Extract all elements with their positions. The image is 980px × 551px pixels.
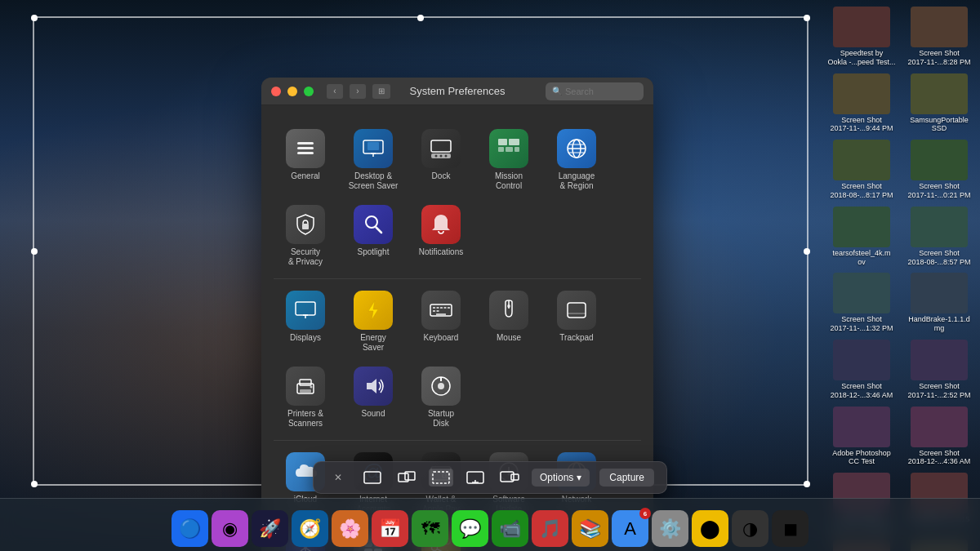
desktop-file-icon[interactable]: tearsofsteel_4k.m ov <box>825 204 898 269</box>
dock-item-siri[interactable]: ◉ <box>212 510 248 547</box>
dock-item-appstore[interactable]: A6 <box>612 510 648 547</box>
prefs-section-personal: GeneralDesktop & Screen SaverDockMission… <box>274 118 641 279</box>
capture-tool-selection[interactable] <box>429 469 453 487</box>
desktop-file-icon[interactable]: Screen Shot 2018-08-...8:17 PM <box>825 137 898 202</box>
dock-item-maps[interactable]: 🗺 <box>412 510 448 547</box>
capture-tool-screenplus[interactable] <box>497 469 522 487</box>
pref-label-startup: Startup Disk <box>428 409 454 429</box>
desktop-file-icon[interactable]: Screen Shot 2017-11-...2:52 PM <box>902 337 976 402</box>
pref-item-mission[interactable]: Mission Control <box>477 124 541 196</box>
window-minimize-button[interactable] <box>287 87 297 96</box>
dock-item-books[interactable]: 📚 <box>572 510 608 547</box>
desktop-file-icon[interactable]: Screen Shot 2017-11-...0:21 PM <box>902 137 976 202</box>
dock-item-facetime[interactable]: 📹 <box>492 510 528 547</box>
pref-item-mouse[interactable]: Mouse <box>477 286 541 358</box>
pref-label-trackpad: Trackpad <box>559 333 593 343</box>
file-thumbnail <box>833 7 890 47</box>
pref-label-mouse: Mouse <box>497 333 521 343</box>
svg-rect-25 <box>296 302 315 315</box>
pref-label-desktop: Desktop & Screen Saver <box>349 171 399 191</box>
pref-item-notifications[interactable]: Notifications <box>409 200 473 272</box>
pref-item-displays[interactable]: Displays <box>274 286 337 358</box>
capture-tool-x[interactable]: ✕ <box>326 469 350 487</box>
desktop-file-icon[interactable]: Adobe Photoshop CC Test <box>825 404 898 469</box>
desktop-file-icon[interactable]: HandBrake-1.1.1.d mg <box>902 270 976 335</box>
dock-badge-appstore: 6 <box>639 508 651 519</box>
file-label: Screen Shot 2017-11-...1:32 PM <box>830 315 893 333</box>
pref-icon-dock <box>421 129 461 168</box>
pref-item-sound[interactable]: Sound <box>341 362 405 433</box>
pref-item-startup[interactable]: Startup Disk <box>409 362 473 433</box>
svg-rect-12 <box>498 139 507 145</box>
desktop-file-icon[interactable]: Speedtest by Ookla -...peed Test... <box>825 4 898 69</box>
desktop-file-icon[interactable]: Screen Shot 2018-08-...8:57 PM <box>902 204 976 269</box>
window-grid-button[interactable]: ⊞ <box>372 84 390 99</box>
window-forward-button[interactable]: › <box>350 84 366 99</box>
pref-item-general[interactable]: General <box>274 124 337 196</box>
dock-item-calendar[interactable]: 📅 <box>372 510 408 547</box>
desktop-file-icon[interactable]: Screen Shot 2018-12-...4:36 AM <box>902 404 976 469</box>
desktop-file-icon[interactable]: SamsungPortable SSD <box>902 71 976 136</box>
svg-point-44 <box>310 386 313 389</box>
window-maximize-button[interactable] <box>304 87 314 96</box>
desktop-file-icon[interactable]: Screen Shot 2017-11-...1:32 PM <box>825 270 898 335</box>
svg-rect-2 <box>297 152 314 154</box>
file-label: Screen Shot 2017-11-...8:28 PM <box>907 49 970 67</box>
pref-icon-general <box>286 129 325 168</box>
search-icon: 🔍 <box>552 87 562 96</box>
desktop-files: Speedtest by Ookla -...peed Test...Scree… <box>817 0 980 551</box>
svg-marker-45 <box>367 379 376 393</box>
file-label: HandBrake-1.1.1.d mg <box>908 315 970 333</box>
file-thumbnail <box>911 340 968 380</box>
capture-tool-window-full[interactable] <box>360 469 385 487</box>
pref-label-dock: Dock <box>432 171 451 181</box>
pref-item-spotlight[interactable]: Spotlight <box>341 200 405 272</box>
pref-label-sound: Sound <box>362 409 385 419</box>
dock-item-launchpad[interactable]: 🚀 <box>252 510 288 547</box>
capture-options-button[interactable]: Options ▾ <box>532 469 590 487</box>
file-label: Adobe Photoshop CC Test <box>832 449 891 467</box>
dock-item-safari[interactable]: 🧭 <box>292 510 328 547</box>
file-label: Screen Shot 2018-08-...8:17 PM <box>830 182 893 200</box>
dock-item-chrome[interactable]: ⬤ <box>692 510 728 547</box>
capture-tool-window-partial[interactable] <box>394 469 419 487</box>
desktop-file-icon[interactable]: Screen Shot 2017-11-...8:28 PM <box>902 4 976 69</box>
pref-icon-keyboard <box>421 291 461 330</box>
dock-item-messages[interactable]: 💬 <box>452 510 488 547</box>
search-box[interactable]: 🔍 <box>546 82 644 100</box>
svg-rect-33 <box>448 307 450 309</box>
file-thumbnail <box>911 207 968 247</box>
chevron-down-icon: ▾ <box>577 472 581 483</box>
pref-icon-startup <box>421 367 461 406</box>
pref-item-security[interactable]: Security & Privacy <box>274 200 337 272</box>
dock-item-finder[interactable]: 🔵 <box>172 510 208 547</box>
svg-rect-0 <box>297 142 314 144</box>
pref-item-language[interactable]: Language & Region <box>545 124 608 196</box>
pref-item-dock[interactable]: Dock <box>409 124 473 196</box>
pref-item-trackpad[interactable]: Trackpad <box>545 286 608 358</box>
file-thumbnail <box>833 207 890 247</box>
pref-icon-notifications <box>421 205 461 244</box>
file-label: tearsofsteel_4k.m ov <box>832 249 890 267</box>
dock-item-istatmenus[interactable]: ◑ <box>732 510 768 547</box>
dock-item-terminal[interactable]: ◼ <box>772 510 808 547</box>
capture-tool-screen[interactable] <box>463 469 488 487</box>
desktop-file-row-1: Screen Shot 2017-11-...9:44 PMSamsungPor… <box>821 71 976 136</box>
desktop-file-row-3: tearsofsteel_4k.m ovScreen Shot 2018-08-… <box>821 204 976 269</box>
desktop-file-icon[interactable]: Screen Shot 2018-12-...3:46 AM <box>825 337 898 402</box>
dock: 🔵◉🚀🧭🌸📅🗺💬📹🎵📚A6⚙️⬤◑◼ <box>0 498 980 551</box>
pref-item-printers[interactable]: Printers & Scanners <box>274 362 337 433</box>
capture-button[interactable]: Capture <box>599 469 654 487</box>
dock-item-photos[interactable]: 🌸 <box>332 510 368 547</box>
desktop-file-row-0: Speedtest by Ookla -...peed Test...Scree… <box>821 4 976 69</box>
search-input[interactable] <box>565 87 637 96</box>
dock-item-sysprefs[interactable]: ⚙️ <box>652 510 688 547</box>
window-close-button[interactable] <box>271 87 281 96</box>
pref-item-keyboard[interactable]: Keyboard <box>409 286 473 358</box>
desktop-file-icon[interactable]: Screen Shot 2017-11-...9:44 PM <box>825 71 898 136</box>
dock-item-music[interactable]: 🎵 <box>532 510 568 547</box>
window-back-button[interactable]: ‹ <box>327 84 343 99</box>
file-label: Screen Shot 2018-12-...4:36 AM <box>908 449 971 467</box>
pref-item-desktop[interactable]: Desktop & Screen Saver <box>341 124 405 196</box>
pref-item-energy[interactable]: Energy Saver <box>341 286 405 358</box>
